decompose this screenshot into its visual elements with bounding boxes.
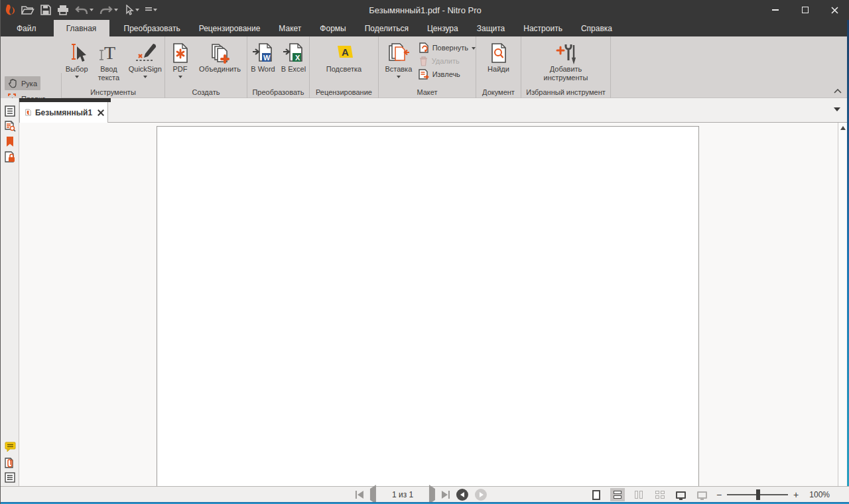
customize-quick-access-button[interactable] [145, 7, 157, 13]
customize-dropdown-icon[interactable] [153, 9, 157, 11]
zoom-control: − + 100% [716, 489, 830, 500]
close-button[interactable] [820, 0, 849, 20]
first-page-button[interactable] [356, 491, 363, 499]
select-tool-button[interactable] [124, 5, 139, 15]
tab-customize[interactable]: Настроить [514, 20, 572, 36]
fullscreen-button[interactable] [674, 488, 688, 501]
hand-tool-button[interactable]: Рука [5, 76, 40, 90]
combine-button[interactable]: Объединить [196, 41, 245, 74]
rotate-button[interactable]: Повернуть [419, 42, 476, 53]
statusbar: 1 из 1 − + 100% [1, 486, 849, 502]
to-word-button[interactable]: W В Word [249, 41, 277, 74]
document-tab-label: Безымянный1 [35, 108, 92, 117]
save-button[interactable] [40, 5, 51, 15]
view-and-zoom-controls: − + 100% [589, 487, 830, 503]
rotate-icon [419, 42, 429, 53]
redo-button[interactable] [99, 5, 118, 15]
to-excel-button[interactable]: X В Excel [280, 41, 308, 74]
create-pdf-button[interactable]: PDF [168, 41, 193, 78]
tab-help[interactable]: Справка [572, 20, 621, 36]
quicksign-button[interactable]: QuickSign [126, 41, 164, 78]
previous-page-button[interactable] [370, 489, 376, 501]
svg-text:X: X [295, 54, 300, 62]
tab-forms[interactable]: Формы [310, 20, 355, 36]
next-page-button[interactable] [429, 489, 435, 501]
highlight-button[interactable]: A Подсветка [320, 41, 368, 74]
select-dropdown-icon [75, 76, 79, 78]
delete-label: Удалить [432, 57, 460, 65]
maximize-icon [802, 7, 809, 13]
svg-text:T: T [104, 42, 115, 63]
zoom-slider-handle[interactable] [756, 489, 760, 500]
minimize-button[interactable] [760, 0, 790, 20]
extract-button[interactable]: Извлечь [419, 69, 476, 80]
chevron-up-icon [834, 89, 842, 94]
tab-redact[interactable]: Цензура [418, 20, 468, 36]
scroll-up-icon[interactable] [840, 126, 846, 130]
zoom-out-button[interactable]: − [716, 489, 722, 500]
group-review-label: Рецензирование [310, 88, 378, 96]
continuous-view-icon [614, 491, 621, 499]
select-label: Выбор [66, 65, 88, 74]
document-canvas[interactable] [19, 123, 838, 486]
collapse-ribbon-button[interactable] [834, 89, 842, 94]
tab-layout[interactable]: Макет [269, 20, 310, 36]
tab-share[interactable]: Поделиться [356, 20, 418, 36]
next-view-button [475, 489, 487, 501]
tab-protect[interactable]: Защита [468, 20, 515, 36]
tab-review[interactable]: Рецензирование [190, 20, 270, 36]
minimize-icon [772, 9, 779, 11]
print-button[interactable] [57, 5, 69, 15]
select-tool-dropdown-icon[interactable] [135, 9, 139, 11]
redo-dropdown-icon[interactable] [114, 9, 118, 11]
to-excel-icon: X [283, 41, 305, 65]
type-text-button[interactable]: T Ввод текста [94, 41, 123, 82]
continuous-view-button[interactable] [610, 488, 625, 501]
document-list-dropdown-icon[interactable] [834, 107, 840, 111]
insert-button[interactable]: Вставка [384, 36, 413, 80]
security-icon[interactable] [4, 151, 16, 162]
zoom-in-button[interactable]: + [793, 489, 799, 500]
select-button[interactable]: Выбор [62, 41, 92, 78]
zoom-level[interactable]: 100% [809, 490, 830, 499]
bookmarks-icon[interactable] [4, 135, 16, 147]
tab-close-icon[interactable] [98, 109, 102, 116]
group-create-label: Создать [165, 88, 247, 96]
tab-file[interactable]: Файл [7, 20, 46, 36]
last-page-button[interactable] [442, 491, 450, 499]
document-tab[interactable]: Безымянный1 [19, 102, 108, 123]
find-button[interactable]: Найди [482, 41, 515, 74]
attachments-icon[interactable] [4, 456, 16, 468]
open-button[interactable] [21, 5, 34, 15]
tab-convert[interactable]: Преобразовать [115, 20, 190, 36]
pdf-page[interactable] [157, 126, 699, 486]
pdf-dropdown-icon [178, 76, 182, 78]
add-tools-button[interactable]: Добавить инструменты [529, 41, 602, 82]
highlight-label: Подсветка [326, 65, 361, 74]
group-layout-label: Макет [379, 88, 476, 96]
combine-label: Объединить [199, 65, 241, 74]
forward-arrow-icon [480, 492, 484, 497]
undo-button[interactable] [75, 5, 94, 15]
previous-view-button[interactable] [456, 489, 468, 501]
maximize-button[interactable] [790, 0, 820, 20]
tab-home[interactable]: Главная [54, 20, 109, 36]
search-document-icon[interactable] [4, 120, 16, 132]
vertical-scrollbar[interactable] [838, 123, 848, 486]
rotate-label: Повернуть [432, 44, 468, 52]
signatures-list-icon[interactable] [4, 472, 16, 483]
svg-text:W: W [263, 54, 271, 62]
single-page-icon [592, 490, 600, 500]
insert-label: Вставка [385, 65, 412, 74]
comments-icon[interactable] [4, 441, 16, 453]
undo-dropdown-icon[interactable] [90, 9, 94, 11]
pdf-asterisk-icon [172, 41, 189, 65]
extract-icon [419, 69, 429, 80]
group-tools-label: Инструменты [62, 88, 164, 96]
nitro-logo-icon [5, 4, 15, 16]
insert-pages-icon [387, 41, 411, 65]
zoom-slider[interactable] [727, 489, 788, 500]
page-thumbnails-icon[interactable] [4, 105, 16, 117]
single-page-view-button[interactable] [589, 488, 604, 501]
type-text-icon: T [98, 41, 120, 65]
